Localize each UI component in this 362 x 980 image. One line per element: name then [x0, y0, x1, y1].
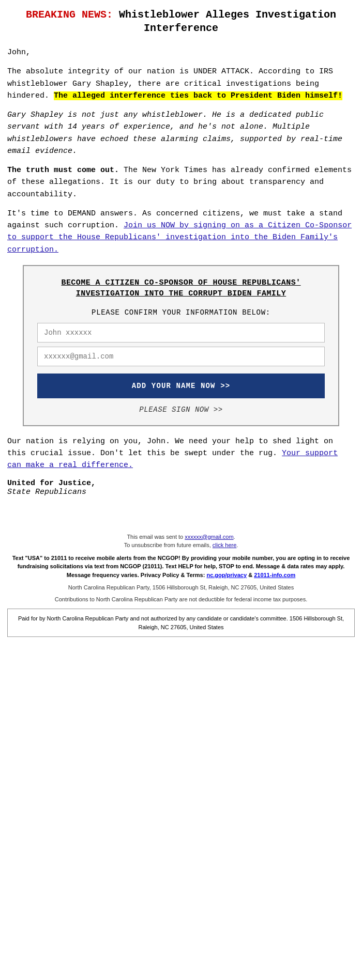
- breaking-label: BREAKING NEWS:: [26, 9, 113, 21]
- sign-off: United for Justice, State Republicans: [7, 479, 355, 496]
- please-sign-label: PLEASE SIGN NOW >>: [37, 406, 325, 414]
- paragraph3-bold: The truth must come out.: [7, 166, 119, 175]
- email-container: BREAKING NEWS: Whistleblower Alleges Inv…: [0, 0, 362, 642]
- sms-link-1[interactable]: nc.gop/privacy: [206, 572, 247, 578]
- sent-to-email[interactable]: xxxxxx@gmail.com: [185, 534, 233, 540]
- paragraph-4: It's time to DEMAND answers. As concerne…: [7, 208, 355, 256]
- footer: This email was sent to xxxxxx@gmail.com.…: [7, 527, 355, 637]
- form-title: BECOME A CITIZEN CO-SPONSOR OF HOUSE REP…: [37, 277, 325, 299]
- signoff-line2: State Republicans: [7, 488, 355, 496]
- name-input[interactable]: [37, 323, 325, 343]
- email-header: BREAKING NEWS: Whistleblower Alleges Inv…: [7, 5, 355, 38]
- unsub-pre: To unsubscribe from future emails,: [124, 542, 211, 548]
- sent-to-pre: This email was sent to: [127, 534, 183, 540]
- form-box: BECOME A CITIZEN CO-SPONSOR OF HOUSE REP…: [23, 265, 339, 426]
- unsub-link[interactable]: click here: [213, 542, 236, 548]
- paragraph-2: Gary Shapley is not just any whistleblow…: [7, 109, 355, 157]
- footer-paid-for: Paid for by North Carolina Republican Pa…: [7, 609, 355, 637]
- email-input[interactable]: [37, 347, 325, 366]
- submit-button[interactable]: ADD YOUR NAME NOW >>: [37, 374, 325, 398]
- paragraph1-highlight: The alleged interference ties back to Pr…: [54, 91, 342, 100]
- footer-address: North Carolina Republican Party, 1506 Hi…: [7, 583, 355, 592]
- paragraph-1: The absolute integrity of our nation is …: [7, 66, 355, 102]
- form-confirm-label: PLEASE CONFIRM YOUR INFORMATION BELOW:: [37, 308, 325, 317]
- sms-notice-text: Text "USA" to 21011 to receive mobile al…: [12, 555, 350, 578]
- email-title: BREAKING NEWS: Whistleblower Alleges Inv…: [7, 8, 355, 35]
- footer-contributions: Contributions to North Carolina Republic…: [7, 595, 355, 604]
- greeting: John,: [7, 46, 355, 58]
- footer-sent-line: This email was sent to xxxxxx@gmail.com.…: [7, 533, 355, 550]
- paragraph-3: The truth must come out. The New York Ti…: [7, 164, 355, 200]
- signoff-line1: United for Justice,: [7, 479, 355, 488]
- closing-paragraph: Our nation is relying on you, John. We n…: [7, 435, 355, 472]
- title-rest: Whistleblower Alleges Investigation Inte…: [113, 9, 336, 34]
- sms-notice: Text "USA" to 21011 to receive mobile al…: [7, 554, 355, 580]
- sms-link-2[interactable]: 21011-info.com: [254, 572, 295, 578]
